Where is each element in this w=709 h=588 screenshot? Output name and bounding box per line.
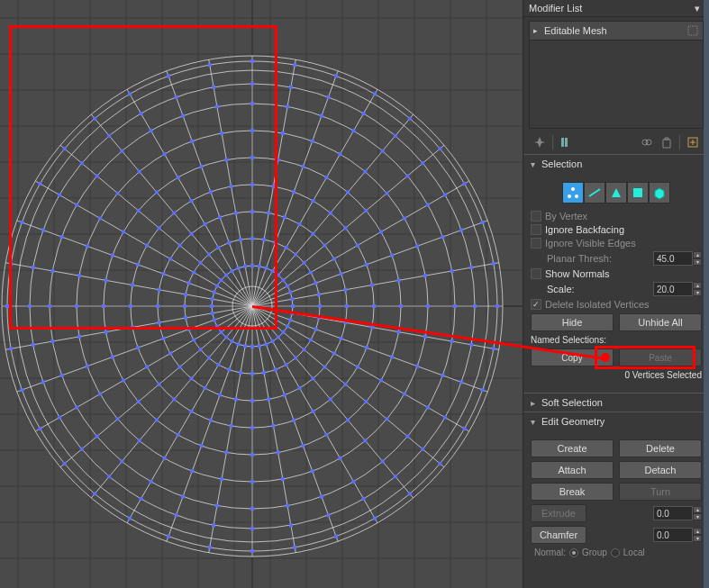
- detach-button[interactable]: Detach: [619, 461, 702, 479]
- ignore-backfacing-row[interactable]: Ignore Backfacing: [531, 224, 702, 235]
- selection-header[interactable]: ▾ Selection: [523, 155, 709, 173]
- remove-modifier-icon[interactable]: [659, 135, 674, 149]
- command-panel: Modifier List ▾ ▸ Editable Mesh ▾ Select…: [523, 0, 709, 588]
- svg-rect-112: [403, 393, 406, 396]
- svg-rect-256: [77, 274, 81, 277]
- panel-scrollbar[interactable]: [704, 0, 709, 588]
- svg-rect-354: [325, 176, 329, 179]
- normal-mode-row: Normal: Group Local: [534, 547, 702, 557]
- by-vertex-checkbox-row[interactable]: By Vertex: [531, 211, 702, 222]
- spinner-down-icon[interactable]: ▾: [693, 513, 702, 520]
- svg-rect-272: [145, 244, 149, 248]
- pin-stack-icon[interactable]: [532, 135, 547, 149]
- modifier-item-tool-icon[interactable]: [686, 24, 699, 37]
- chamfer-spinner[interactable]: ▴▾: [653, 528, 702, 542]
- svg-rect-193: [163, 457, 167, 460]
- svg-rect-190: [204, 386, 207, 390]
- svg-rect-166: [250, 480, 254, 484]
- extrude-button[interactable]: Extrude: [531, 504, 586, 522]
- configure-sets-icon[interactable]: [686, 135, 700, 149]
- svg-line-78: [252, 221, 487, 306]
- edit-geometry-header[interactable]: ▾ Edit Geometry: [523, 412, 709, 430]
- delete-isolated-row[interactable]: Delete Isolated Vertices: [531, 299, 702, 310]
- break-button[interactable]: Break: [531, 483, 614, 501]
- unhide-all-button[interactable]: Unhide All: [619, 313, 702, 331]
- svg-rect-378: [309, 271, 313, 275]
- vertex-subobject-button[interactable]: [562, 182, 584, 204]
- svg-rect-191: [190, 410, 194, 413]
- chamfer-button[interactable]: Chamfer: [531, 526, 586, 544]
- scale-input[interactable]: [653, 282, 693, 296]
- svg-rect-153: [262, 371, 266, 375]
- scale-spinner[interactable]: ▴▾: [653, 282, 702, 296]
- hide-button[interactable]: Hide: [531, 313, 614, 331]
- svg-rect-146: [292, 419, 295, 422]
- svg-rect-144: [274, 367, 277, 371]
- chamfer-input[interactable]: [653, 528, 693, 542]
- spinner-up-icon[interactable]: ▴: [693, 506, 702, 513]
- svg-rect-245: [129, 304, 132, 308]
- spinner-up-icon[interactable]: ▴: [693, 528, 702, 535]
- modifier-stack[interactable]: ▸ Editable Mesh: [529, 21, 704, 129]
- svg-rect-179: [237, 342, 241, 346]
- svg-rect-335: [271, 185, 275, 188]
- svg-rect-181: [218, 394, 222, 397]
- svg-rect-192: [177, 433, 180, 437]
- radio-icon[interactable]: [569, 548, 578, 557]
- subobject-selection-row: [531, 182, 702, 204]
- svg-rect-133: [408, 492, 412, 495]
- svg-rect-123: [421, 448, 424, 451]
- by-vertex-label: By Vertex: [545, 211, 587, 222]
- svg-line-57: [91, 306, 252, 498]
- svg-rect-184: [190, 469, 194, 473]
- svg-rect-291: [155, 191, 159, 194]
- planar-thresh-spinner[interactable]: ▴▾: [653, 251, 702, 266]
- svg-rect-395: [290, 297, 294, 301]
- create-button[interactable]: Create: [531, 439, 614, 457]
- ignore-visible-edges-row[interactable]: Ignore Visible Edges: [531, 238, 702, 249]
- svg-rect-278: [220, 278, 223, 282]
- soft-selection-header[interactable]: ▸ Soft Selection: [523, 394, 709, 412]
- spinner-down-icon[interactable]: ▾: [693, 289, 702, 296]
- svg-rect-334: [267, 212, 270, 215]
- svg-rect-361: [311, 232, 314, 236]
- turn-button[interactable]: Turn: [619, 483, 702, 501]
- viewport-3d[interactable]: [0, 0, 523, 588]
- checkbox-icon: [531, 268, 541, 279]
- element-subobject-button[interactable]: [649, 182, 670, 204]
- spinner-down-icon[interactable]: ▾: [693, 535, 702, 542]
- svg-rect-188: [231, 339, 234, 343]
- show-end-result-icon[interactable]: [559, 135, 573, 149]
- extrude-spinner[interactable]: ▴▾: [653, 506, 702, 520]
- planar-thresh-input[interactable]: [653, 251, 693, 266]
- svg-rect-380: [356, 244, 359, 248]
- face-subobject-button[interactable]: [605, 182, 627, 204]
- svg-rect-251: [211, 297, 214, 301]
- show-normals-row[interactable]: Show Normals: [531, 268, 702, 279]
- paste-button[interactable]: Paste: [619, 348, 702, 366]
- extrude-input[interactable]: [653, 506, 693, 520]
- spinner-down-icon[interactable]: ▾: [693, 258, 702, 266]
- svg-rect-120: [364, 400, 368, 403]
- attach-button[interactable]: Attach: [531, 461, 614, 479]
- svg-rect-363: [346, 191, 350, 194]
- svg-rect-385: [463, 182, 467, 185]
- svg-rect-343: [283, 215, 286, 219]
- svg-rect-362: [329, 212, 332, 215]
- make-unique-icon[interactable]: [640, 135, 654, 149]
- svg-rect-210: [137, 400, 141, 403]
- svg-rect-298: [204, 222, 207, 226]
- delete-button[interactable]: Delete: [619, 439, 702, 457]
- spinner-up-icon[interactable]: ▴: [693, 282, 702, 289]
- polygon-subobject-button[interactable]: [627, 182, 649, 204]
- svg-rect-117: [302, 348, 305, 351]
- svg-line-69: [167, 71, 252, 306]
- edge-subobject-button[interactable]: [584, 182, 605, 204]
- modifier-list-dropdown[interactable]: Modifier List ▾: [523, 0, 709, 17]
- radio-icon[interactable]: [611, 548, 620, 557]
- svg-rect-296: [231, 269, 234, 273]
- modifier-stack-item[interactable]: ▸ Editable Mesh: [530, 22, 703, 41]
- edit-geometry-title: Edit Geometry: [541, 416, 604, 427]
- expand-caret-icon[interactable]: ▸: [533, 26, 542, 35]
- spinner-up-icon[interactable]: ▴: [693, 251, 702, 258]
